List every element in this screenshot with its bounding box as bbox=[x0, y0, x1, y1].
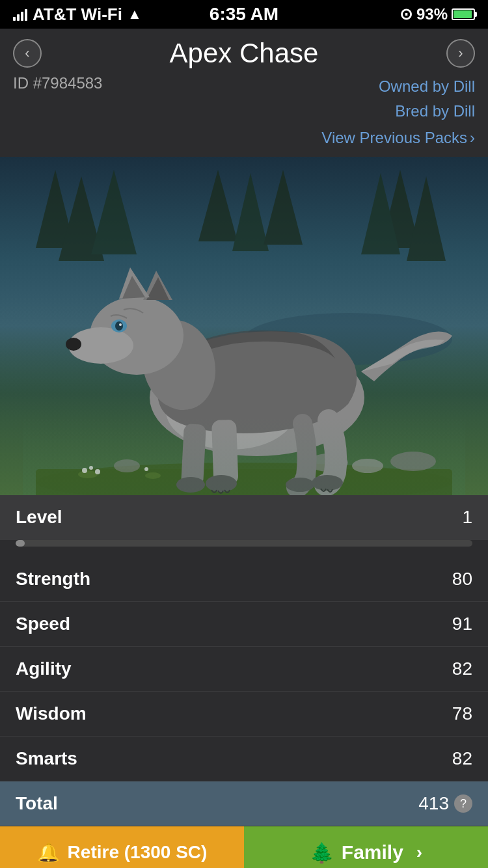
agility-value: 82 bbox=[452, 658, 472, 679]
level-bar bbox=[16, 540, 472, 547]
level-label: Level bbox=[16, 507, 62, 528]
chevron-left-icon: ‹ bbox=[25, 45, 29, 62]
svg-marker-2 bbox=[91, 170, 137, 254]
carrier-label: AT&T Wi-Fi bbox=[33, 5, 122, 25]
stats-section: Level 1 Strength 80 Speed 91 Agility 82 … bbox=[0, 495, 488, 826]
bred-by: Bred by Dill bbox=[321, 99, 475, 124]
status-left: AT&T Wi-Fi ▲ bbox=[13, 5, 142, 25]
level-value: 1 bbox=[462, 507, 472, 528]
strength-row: Strength 80 bbox=[0, 557, 488, 602]
agility-row: Agility 82 bbox=[0, 647, 488, 692]
svg-marker-4 bbox=[407, 176, 446, 261]
chevron-right-icon: › bbox=[458, 45, 463, 62]
chevron-right-icon: › bbox=[416, 842, 422, 863]
retire-button[interactable]: 🔔 Retire (1300 SC) bbox=[0, 826, 244, 868]
agility-label: Agility bbox=[16, 658, 72, 679]
wolf-illustration bbox=[23, 170, 465, 495]
smarts-row: Smarts 82 bbox=[0, 737, 488, 781]
svg-point-25 bbox=[115, 321, 123, 331]
bottom-buttons: 🔔 Retire (1300 SC) 🌲 Family › bbox=[0, 826, 488, 868]
prev-wolf-button[interactable]: ‹ bbox=[13, 39, 42, 68]
smarts-value: 82 bbox=[452, 748, 472, 769]
view-previous-packs-button[interactable]: View Previous Packs › bbox=[321, 126, 475, 150]
wolf-image bbox=[0, 157, 488, 495]
help-icon[interactable]: ? bbox=[454, 794, 472, 813]
chevron-right-icon: › bbox=[470, 126, 475, 150]
owned-by: Owned by Dill bbox=[321, 74, 475, 99]
total-value: 413 bbox=[418, 793, 449, 814]
family-tree-icon: 🌲 bbox=[310, 841, 334, 864]
svg-marker-7 bbox=[232, 173, 269, 251]
signal-icon bbox=[13, 8, 27, 21]
wisdom-label: Wisdom bbox=[16, 703, 87, 724]
battery-icon bbox=[452, 8, 475, 20]
total-value-container: 413 ? bbox=[418, 793, 472, 814]
wifi-icon: ▲ bbox=[128, 6, 142, 23]
header-meta: ID #7984583 Owned by Dill Bred by Dill V… bbox=[13, 74, 475, 150]
total-row: Total 413 ? bbox=[0, 781, 488, 826]
header-nav: ‹ Apex Chase › bbox=[13, 38, 475, 69]
total-label: Total bbox=[16, 793, 58, 814]
status-bar: AT&T Wi-Fi ▲ 6:35 AM ⊙ 93% bbox=[0, 0, 488, 29]
svg-rect-41 bbox=[23, 417, 465, 495]
status-right: ⊙ 93% bbox=[400, 5, 475, 23]
level-row: Level 1 bbox=[0, 495, 488, 540]
speed-label: Speed bbox=[16, 614, 70, 634]
svg-point-26 bbox=[119, 323, 122, 326]
ownership-info: Owned by Dill Bred by Dill View Previous… bbox=[321, 74, 475, 150]
status-time: 6:35 AM bbox=[210, 4, 278, 25]
retire-label: Retire (1300 SC) bbox=[68, 842, 208, 863]
svg-point-23 bbox=[66, 338, 81, 351]
wolf-id: ID #7984583 bbox=[13, 74, 102, 92]
smarts-label: Smarts bbox=[16, 748, 77, 769]
wolf-name: Apex Chase bbox=[42, 38, 446, 69]
wolf-header: ‹ Apex Chase › ID #7984583 Owned by Dill… bbox=[0, 29, 488, 157]
next-wolf-button[interactable]: › bbox=[446, 39, 475, 68]
family-button[interactable]: 🌲 Family › bbox=[244, 826, 488, 868]
level-bar-fill bbox=[16, 540, 25, 547]
wisdom-row: Wisdom 78 bbox=[0, 692, 488, 737]
location-icon: ⊙ bbox=[400, 5, 413, 23]
retire-bell-icon: 🔔 bbox=[37, 842, 60, 863]
speed-row: Speed 91 bbox=[0, 602, 488, 647]
wisdom-value: 78 bbox=[452, 703, 472, 724]
family-label: Family bbox=[342, 841, 403, 863]
level-bar-container bbox=[0, 540, 488, 557]
strength-label: Strength bbox=[16, 569, 90, 590]
svg-marker-6 bbox=[198, 170, 237, 241]
battery-percent: 93% bbox=[416, 5, 448, 23]
svg-marker-8 bbox=[264, 170, 303, 245]
speed-value: 91 bbox=[452, 614, 472, 634]
strength-value: 80 bbox=[452, 569, 472, 590]
